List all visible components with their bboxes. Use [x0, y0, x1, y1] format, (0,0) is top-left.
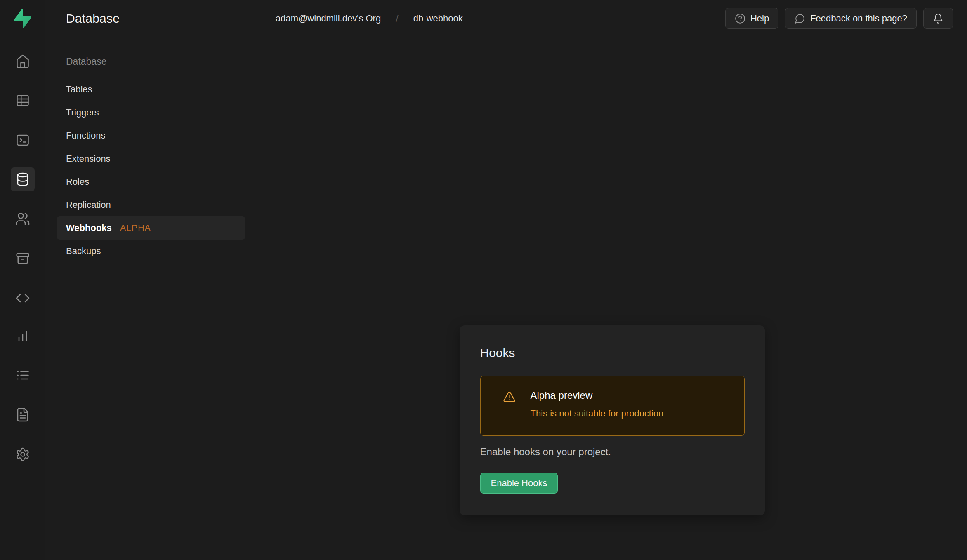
sidebar-item-label: Replication	[66, 200, 111, 210]
hooks-card-title: Hooks	[480, 346, 745, 360]
list-icon	[15, 368, 30, 383]
topbar: adam@windmill.dev's Org / db-webhook Hel…	[257, 0, 967, 37]
users-icon	[15, 212, 30, 226]
rail-divider	[11, 160, 35, 160]
sidebar-section-label: Database	[57, 56, 245, 67]
table-editor-icon	[15, 93, 30, 108]
sidebar-item-triggers[interactable]: Triggers	[57, 101, 245, 124]
supabase-bolt-icon	[13, 9, 33, 28]
code-icon	[15, 291, 30, 306]
sidebar-item-label: Tables	[66, 84, 92, 95]
app-root: Database Database Tables Triggers Functi…	[0, 0, 967, 560]
sidebar-item-backups[interactable]: Backups	[57, 240, 245, 263]
rail-divider	[11, 81, 35, 81]
nav-auth-button[interactable]	[11, 207, 35, 231]
storage-archive-icon	[15, 251, 30, 266]
rail-divider	[11, 317, 35, 317]
home-icon	[15, 54, 30, 69]
sidebar-item-extensions[interactable]: Extensions	[57, 147, 245, 170]
sql-terminal-icon	[15, 133, 30, 148]
alert-title: Alpha preview	[531, 390, 664, 401]
alert-description: This is not suitable for production	[531, 408, 664, 419]
database-icon	[15, 172, 30, 187]
database-sidebar: Database Database Tables Triggers Functi…	[45, 0, 257, 560]
file-text-icon	[15, 407, 30, 422]
nav-reports-button[interactable]	[11, 324, 35, 348]
sidebar-item-roles[interactable]: Roles	[57, 170, 245, 193]
nav-rail	[0, 0, 45, 560]
nav-database-button[interactable]	[11, 167, 35, 191]
breadcrumb: adam@windmill.dev's Org / db-webhook	[276, 13, 463, 24]
nav-sql-editor-button[interactable]	[11, 128, 35, 152]
sidebar-item-webhooks[interactable]: Webhooks ALPHA	[57, 216, 245, 240]
help-button-label: Help	[750, 13, 769, 24]
nav-home-button[interactable]	[11, 49, 35, 73]
bar-chart-icon	[15, 328, 30, 343]
help-button[interactable]: Help	[725, 8, 778, 29]
topbar-actions: Help Feedback on this page?	[725, 8, 953, 29]
sidebar-item-replication[interactable]: Replication	[57, 193, 245, 216]
sidebar-item-label: Triggers	[66, 107, 99, 118]
sidebar-header: Database	[45, 0, 257, 37]
warning-triangle-icon	[503, 391, 516, 403]
sidebar-item-label: Functions	[66, 130, 105, 141]
hooks-card-description: Enable hooks on your project.	[480, 446, 745, 458]
nav-storage-button[interactable]	[11, 247, 35, 271]
enable-hooks-button[interactable]: Enable Hooks	[480, 473, 558, 494]
notifications-button[interactable]	[923, 8, 953, 29]
page-title: Database	[66, 12, 120, 26]
gear-icon	[15, 447, 30, 462]
hooks-card: Hooks Alpha preview This is not suitable…	[460, 325, 765, 515]
alpha-preview-alert: Alpha preview This is not suitable for p…	[480, 376, 745, 436]
nav-docs-button[interactable]	[11, 403, 35, 427]
sidebar-item-functions[interactable]: Functions	[57, 124, 245, 147]
alpha-badge: ALPHA	[120, 223, 151, 233]
content-area: adam@windmill.dev's Org / db-webhook Hel…	[257, 0, 967, 560]
speech-bubble-icon	[795, 13, 805, 24]
main-panel: Hooks Alpha preview This is not suitable…	[257, 37, 967, 560]
breadcrumb-project[interactable]: db-webhook	[413, 13, 463, 24]
nav-logs-button[interactable]	[11, 363, 35, 387]
app-logo[interactable]	[0, 0, 45, 37]
alert-text: Alpha preview This is not suitable for p…	[531, 390, 664, 419]
sidebar-item-tables[interactable]: Tables	[57, 78, 245, 101]
breadcrumb-org[interactable]: adam@windmill.dev's Org	[276, 13, 381, 24]
feedback-button-label: Feedback on this page?	[810, 13, 907, 24]
sidebar-item-label: Extensions	[66, 153, 111, 164]
feedback-button[interactable]: Feedback on this page?	[785, 8, 917, 29]
sidebar-menu: Tables Triggers Functions Extensions Rol…	[57, 78, 245, 263]
nav-table-editor-button[interactable]	[11, 89, 35, 113]
sidebar-item-label: Backups	[66, 246, 101, 256]
help-circle-icon	[735, 13, 745, 24]
nav-settings-button[interactable]	[11, 442, 35, 466]
nav-edge-functions-button[interactable]	[11, 286, 35, 310]
sidebar-item-label: Webhooks	[66, 223, 112, 233]
sidebar-item-label: Roles	[66, 176, 89, 187]
breadcrumb-separator: /	[396, 13, 399, 24]
bell-icon	[933, 13, 943, 24]
